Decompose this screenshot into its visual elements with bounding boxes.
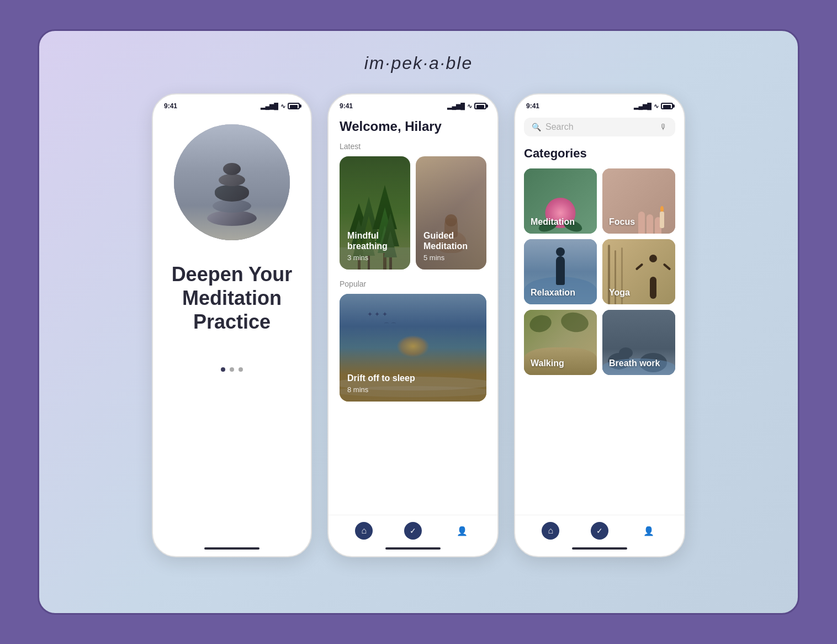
popular-label: Popular xyxy=(340,279,486,288)
breathwork-label: Breath work xyxy=(609,358,660,368)
mindful-breathing-title: Mindful breathing xyxy=(347,230,402,251)
categories-title: Categories xyxy=(524,146,675,161)
dot-1 xyxy=(221,367,225,372)
wifi-icon-3: ∿ xyxy=(654,103,659,110)
wifi-icon-1: ∿ xyxy=(280,103,285,110)
mindful-breathing-text: Mindful breathing 3 mins xyxy=(340,223,410,270)
drift-sleep-title: Drift off to sleep xyxy=(347,373,479,383)
yoga-head xyxy=(649,255,657,262)
home-bar-2 xyxy=(385,547,441,550)
search-bar[interactable]: 🔍 Search 🎙 xyxy=(524,118,675,136)
signal-icon-2: ▂▄▆█ xyxy=(447,103,465,110)
phone-2: 9:41 ▂▄▆█ ∿ Welcome, Hilary Latest xyxy=(327,93,499,557)
dot-2 xyxy=(230,367,234,372)
person-silhouette xyxy=(556,256,565,285)
bottom-nav-2: ⌂ ✓ 👤 xyxy=(329,515,497,543)
meditation-label: Meditation xyxy=(531,217,575,227)
category-meditation[interactable]: Meditation xyxy=(524,168,597,234)
mindful-breathing-duration: 3 mins xyxy=(347,254,402,262)
status-bar-3: 9:41 ▂▄▆█ ∿ xyxy=(515,94,684,113)
latest-grid: Mindful breathing 3 mins xyxy=(340,156,486,270)
mic-icon: 🎙 xyxy=(660,123,668,131)
time-2: 9:41 xyxy=(340,102,353,110)
drift-to-sleep-card[interactable]: ✦ ✦ ✦ ⌒ ⌒ Drift off to sleep 8 mins xyxy=(340,294,486,402)
page-dots xyxy=(221,367,243,372)
phone3-content: 🔍 Search 🎙 Categories xyxy=(515,113,684,515)
mindful-breathing-card[interactable]: Mindful breathing 3 mins xyxy=(340,156,410,270)
status-bar-2: 9:41 ▂▄▆█ ∿ xyxy=(329,94,497,113)
nav-profile-2[interactable]: 👤 xyxy=(453,522,471,540)
status-icons-3: ▂▄▆█ ∿ xyxy=(634,103,673,110)
main-heading: Deepen Your Meditation Practice xyxy=(172,262,293,334)
relaxation-label: Relaxation xyxy=(531,288,575,298)
wifi-icon-2: ∿ xyxy=(467,103,472,110)
nav-check-3[interactable]: ✓ xyxy=(591,522,608,540)
nav-home-3[interactable]: ⌂ xyxy=(542,522,559,540)
category-relaxation[interactable]: Relaxation xyxy=(524,239,597,304)
signal-icon-1: ▂▄▆█ xyxy=(261,103,278,110)
guided-meditation-text: Guided Meditation 5 mins xyxy=(416,223,486,270)
search-icon: 🔍 xyxy=(532,123,541,131)
phone2-content: Welcome, Hilary Latest xyxy=(329,113,497,515)
stones-visual xyxy=(174,124,290,240)
categories-grid: Meditation Focus xyxy=(524,168,675,375)
home-bar-3 xyxy=(572,547,627,550)
walking-label: Walking xyxy=(531,358,564,368)
category-breathwork[interactable]: Breath work xyxy=(602,310,675,375)
guided-meditation-title: Guided Meditation xyxy=(423,230,479,251)
guided-meditation-card[interactable]: Guided Meditation 5 mins xyxy=(416,156,486,270)
signal-icon-3: ▂▄▆█ xyxy=(634,103,651,110)
phone-1: 9:41 ▂▄▆█ ∿ xyxy=(152,93,312,557)
nav-profile-3[interactable]: 👤 xyxy=(640,522,658,540)
finger-1 xyxy=(647,214,653,234)
latest-label: Latest xyxy=(340,142,486,151)
dot-3 xyxy=(239,367,243,372)
yoga-body xyxy=(650,277,656,299)
search-input[interactable]: Search xyxy=(545,122,655,132)
nav-check-2[interactable]: ✓ xyxy=(404,522,422,540)
focus-label: Focus xyxy=(609,217,635,227)
stone-hero-image xyxy=(174,124,290,240)
guided-meditation-duration: 5 mins xyxy=(423,254,479,262)
category-focus[interactable]: Focus xyxy=(602,168,675,234)
nav-home-2[interactable]: ⌂ xyxy=(355,522,373,540)
phone1-text: Deepen Your Meditation Practice xyxy=(172,262,293,367)
status-icons-2: ▂▄▆█ ∿ xyxy=(447,103,486,110)
outer-frame: im·pek·a·ble 9:41 ▂▄▆█ ∿ xyxy=(38,29,799,615)
drift-sleep-text: Drift off to sleep 8 mins xyxy=(340,365,486,402)
yoga-figure xyxy=(639,255,667,299)
category-yoga[interactable]: Yoga xyxy=(602,239,675,304)
phones-container: 9:41 ▂▄▆█ ∿ xyxy=(152,93,685,557)
home-bar-1 xyxy=(204,547,259,550)
bottom-nav-3: ⌂ ✓ 👤 xyxy=(515,515,684,543)
drift-sleep-duration: 8 mins xyxy=(347,386,479,394)
battery-icon-1 xyxy=(288,103,300,109)
status-icons-1: ▂▄▆█ ∿ xyxy=(261,103,300,110)
phone1-content: Deepen Your Meditation Practice xyxy=(153,113,311,543)
welcome-title: Welcome, Hilary xyxy=(340,119,486,134)
time-1: 9:41 xyxy=(164,102,177,110)
status-bar-1: 9:41 ▂▄▆█ ∿ xyxy=(153,94,311,113)
yoga-label: Yoga xyxy=(609,288,630,298)
rock-2 xyxy=(619,347,633,358)
battery-icon-3 xyxy=(661,103,673,109)
brand-title: im·pek·a·ble xyxy=(364,53,473,73)
phone-3: 9:41 ▂▄▆█ ∿ 🔍 Search 🎙 Categories xyxy=(514,93,685,557)
finger-2 xyxy=(638,212,645,234)
battery-icon-2 xyxy=(474,103,486,109)
time-3: 9:41 xyxy=(526,102,539,110)
candle xyxy=(660,212,664,228)
category-walking[interactable]: Walking xyxy=(524,310,597,375)
